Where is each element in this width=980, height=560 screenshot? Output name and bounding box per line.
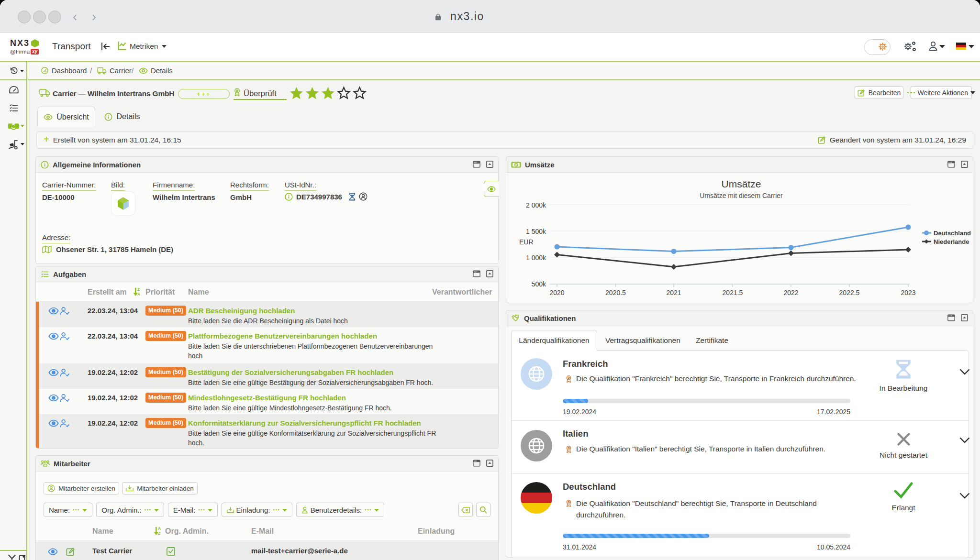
svg-text:2 000k: 2 000k [526,201,546,209]
svg-text:Niederlande: Niederlande [934,238,969,245]
svg-text:EUR: EUR [519,238,534,246]
svg-text:Umsätze mit diesem Carrier: Umsätze mit diesem Carrier [700,192,783,199]
svg-text:Deutschland: Deutschland [934,230,971,237]
svg-text:2023: 2023 [901,289,915,296]
svg-text:1 000k: 1 000k [526,254,546,262]
svg-text:2020.5: 2020.5 [605,289,626,296]
svg-text:A: A [158,527,161,531]
svg-text:2022.5: 2022.5 [839,289,860,296]
svg-text:2020: 2020 [549,289,564,296]
svg-text:Z: Z [137,287,140,292]
svg-text:2021: 2021 [666,289,681,296]
svg-text:1 500k: 1 500k [526,228,546,235]
svg-text:2021.5: 2021.5 [723,289,743,296]
svg-text:2022: 2022 [783,289,798,296]
svg-text:500k: 500k [532,280,546,288]
svg-text:A: A [137,292,140,296]
svg-text:Z: Z [158,531,160,536]
svg-text:Umsätze: Umsätze [722,178,761,189]
